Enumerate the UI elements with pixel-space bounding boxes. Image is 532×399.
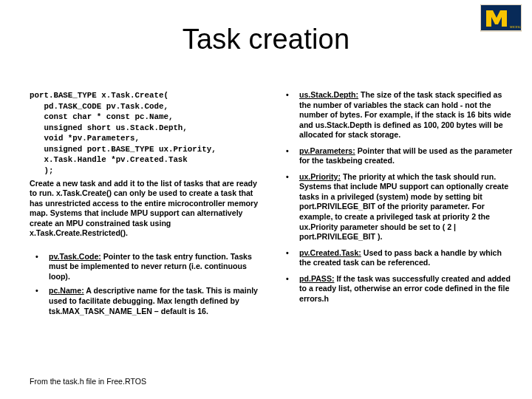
desc-text: Create a new task and add it to the list… [30,179,264,239]
list-item: pv.Parameters: Pointer that will be used… [280,146,514,166]
right-column: us.Stack.Depth: The size of the task sta… [280,90,514,321]
list-item: ux.Priority: The priority at which the t… [280,172,514,242]
list-item: us.Stack.Depth: The size of the task sta… [280,90,514,140]
left-bullets: pv.Task.Code: Pointer to the task entry … [30,252,264,316]
list-item: pd.PASS: If the task was successfully cr… [280,274,514,304]
bullet-term: ux.Priority: [299,172,341,181]
bullet-text: The priority at which the task should ru… [299,172,508,241]
list-item: pc.Name: A descriptive name for the task… [30,286,264,316]
right-bullets: us.Stack.Depth: The size of the task sta… [280,90,514,304]
slide-title: Task creation [0,24,532,55]
bullet-term: pc.Name: [49,286,84,295]
bullet-term: pv.Created.Task: [299,248,361,257]
svg-text:®: ® [519,7,521,11]
code-block: port.BASE_TYPE x.Task.Create( pd.TASK_CO… [30,90,264,177]
bullet-term: us.Stack.Depth: [299,90,358,99]
bullet-term: pd.PASS: [299,274,334,283]
left-column: port.BASE_TYPE x.Task.Create( pd.TASK_CO… [30,90,264,321]
bullet-term: pv.Task.Code: [49,252,101,261]
list-item: pv.Task.Code: Pointer to the task entry … [30,252,264,282]
footer-note: From the task.h file in Free.RTOS [30,377,146,386]
list-item: pv.Created.Task: Used to pass back a han… [280,248,514,268]
bullet-term: pv.Parameters: [299,146,355,155]
content-columns: port.BASE_TYPE x.Task.Create( pd.TASK_CO… [30,90,514,321]
slide: MICHIGAN ® Task creation port.BASE_TYPE … [0,0,532,399]
code-description: Create a new task and add it to the list… [30,179,264,239]
